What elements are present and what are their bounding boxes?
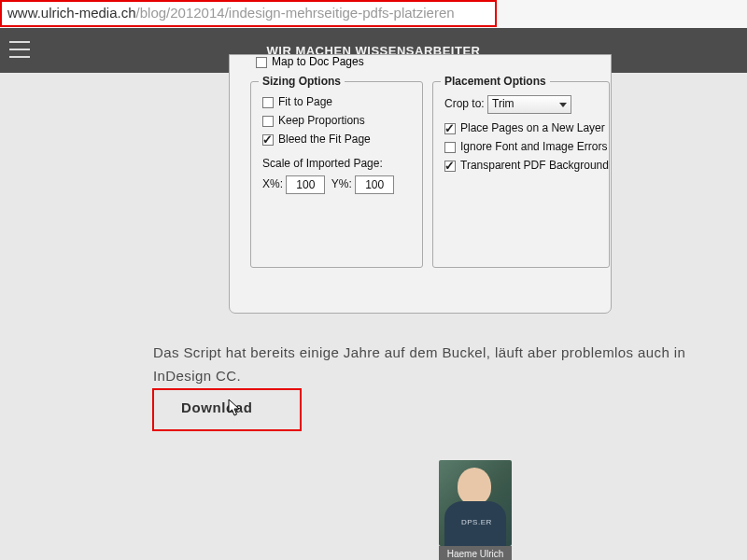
article-paragraph: Das Script hat bereits einige Jahre auf …	[153, 342, 713, 388]
map-to-doc-option[interactable]: Map to Doc Pages	[256, 55, 364, 68]
checkbox-icon[interactable]	[444, 142, 456, 153]
ignore-font-option[interactable]: Ignore Font and Image Errors	[444, 140, 607, 153]
checkbox-checked-icon[interactable]	[444, 161, 456, 172]
author-photo: DPS.ER	[439, 460, 512, 546]
placement-legend: Placement Options	[441, 75, 550, 88]
y-percent-field[interactable]: 100	[355, 175, 394, 194]
crop-to-label: Crop to:	[444, 97, 485, 110]
keep-proportions-option[interactable]: Keep Proportions	[262, 114, 365, 127]
checkbox-checked-icon[interactable]	[262, 134, 274, 146]
checkbox-checked-icon[interactable]	[444, 123, 456, 134]
author-shirt-text: DPS.ER	[461, 518, 492, 526]
map-to-doc-label: Map to Doc Pages	[272, 55, 364, 68]
sizing-options-group: Sizing Options Fit to Page Keep Proporti…	[250, 81, 423, 268]
placement-options-group: Placement Options Crop to: Trim Place Pa…	[432, 81, 610, 268]
address-bar-text[interactable]: www.ulrich-media.ch/blog/2012014/indesig…	[7, 5, 455, 21]
crop-to-row: Crop to: Trim	[444, 95, 571, 114]
bleed-fit-option[interactable]: Bleed the Fit Page	[262, 133, 371, 146]
download-link[interactable]: Download	[181, 399, 252, 415]
checkbox-icon[interactable]	[256, 57, 267, 68]
author-name: Haeme Ulrich	[439, 546, 512, 560]
y-label: Y%:	[331, 177, 352, 190]
new-layer-option[interactable]: Place Pages on a New Layer	[444, 121, 605, 134]
menu-icon[interactable]	[9, 41, 30, 58]
checkbox-icon[interactable]	[262, 97, 274, 108]
x-label: X%:	[262, 177, 283, 190]
checkbox-icon[interactable]	[262, 116, 274, 127]
author-card[interactable]: DPS.ER Haeme Ulrich	[439, 460, 512, 560]
address-bar: www.ulrich-media.ch/blog/2012014/indesig…	[0, 0, 747, 28]
x-percent-field[interactable]: 100	[286, 175, 325, 194]
url-path: /blog/2012014/indesign-mehrseitige-pdfs-…	[136, 5, 455, 21]
url-host: www.ulrich-media.ch	[7, 5, 136, 21]
scale-label: Scale of Imported Page:	[262, 157, 383, 170]
crop-to-select[interactable]: Trim	[487, 95, 571, 114]
fit-to-page-option[interactable]: Fit to Page	[262, 95, 332, 108]
sizing-legend: Sizing Options	[259, 75, 345, 88]
indesign-dialog: Map to Doc Pages Sizing Options Fit to P…	[229, 54, 612, 314]
transparent-bg-option[interactable]: Transparent PDF Background	[444, 159, 609, 172]
page-body: Map to Doc Pages Sizing Options Fit to P…	[0, 73, 747, 560]
scale-x-row: X%: 100 Y%: 100	[262, 175, 394, 194]
